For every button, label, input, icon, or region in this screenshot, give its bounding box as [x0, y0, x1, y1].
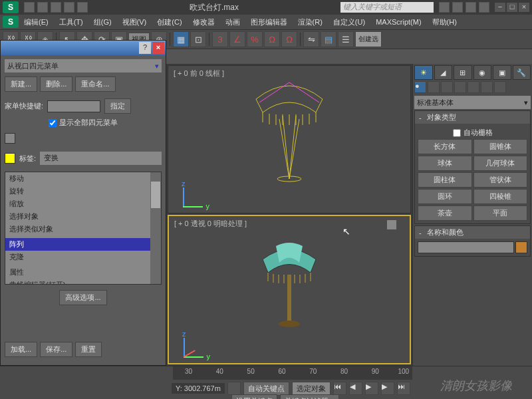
- select-obj-icon[interactable]: ▦: [173, 31, 189, 47]
- menu-create[interactable]: 创建(C): [152, 16, 187, 29]
- reset-button[interactable]: 重置: [75, 342, 102, 357]
- list-scrollbar[interactable]: [150, 172, 161, 284]
- autogrid-checkbox[interactable]: 自动栅格: [418, 126, 527, 139]
- angle-snap-icon[interactable]: ∠: [229, 31, 245, 47]
- new-icon[interactable]: [24, 2, 35, 13]
- shortcut-input[interactable]: [47, 100, 100, 112]
- named-sel-icon[interactable]: Ω: [281, 31, 297, 47]
- spinner-snap-icon[interactable]: Ω: [264, 31, 280, 47]
- motion-tab-icon[interactable]: ◉: [473, 65, 492, 80]
- menu-anim[interactable]: 动画: [220, 16, 245, 29]
- cmd-move[interactable]: 移动: [5, 172, 161, 185]
- grid-icon[interactable]: [227, 382, 241, 395]
- menu-group[interactable]: 组(G): [88, 16, 117, 29]
- search-icon[interactable]: [439, 2, 450, 13]
- utility-tab-icon[interactable]: 🔧: [513, 65, 531, 80]
- mirror-icon[interactable]: ⇋: [303, 31, 319, 47]
- object-color-swatch[interactable]: [515, 241, 527, 253]
- menu-graph[interactable]: 图形编辑器: [245, 16, 293, 29]
- dialog-close-button[interactable]: ×: [152, 42, 164, 54]
- minimize-button[interactable]: −: [495, 3, 505, 12]
- menu-render[interactable]: 渲染(R): [293, 16, 328, 29]
- menu-view[interactable]: 视图(V): [117, 16, 152, 29]
- percent-snap-icon[interactable]: %: [247, 31, 263, 47]
- snap-icon[interactable]: ⊡: [190, 31, 206, 47]
- name-color-header[interactable]: 名称和颜色: [415, 226, 530, 239]
- cone-button[interactable]: 圆锥体: [473, 139, 528, 154]
- pyramid-button[interactable]: 四棱锥: [473, 189, 528, 204]
- helpers-icon[interactable]: [467, 81, 479, 93]
- viewport-cube-icon[interactable]: [387, 220, 396, 229]
- close-button[interactable]: ×: [519, 3, 529, 12]
- undo-icon[interactable]: [64, 2, 74, 13]
- setkey-button[interactable]: 设置关键点: [231, 394, 277, 400]
- hierarchy-tab-icon[interactable]: ⊞: [454, 65, 472, 80]
- teapot-button[interactable]: 茶壶: [418, 205, 472, 221]
- quad-menu-dropdown[interactable]: 从视口四元菜单: [5, 59, 162, 72]
- layers-icon[interactable]: ☰: [338, 31, 354, 47]
- label-display[interactable]: 变换: [40, 152, 162, 165]
- advanced-button[interactable]: 高级选项...: [59, 290, 106, 305]
- geometry-icon[interactable]: ●: [414, 81, 426, 93]
- command-list[interactable]: 移动 旋转 缩放 选择对象 选择类似对象 阵列 克隆 属性 曲线编辑器(打开): [5, 172, 162, 285]
- display-tab-icon[interactable]: ▣: [493, 65, 511, 80]
- open-icon[interactable]: [37, 2, 48, 13]
- dialog-help-button[interactable]: ?: [139, 42, 151, 54]
- systems-icon[interactable]: [494, 81, 506, 93]
- swatch-gray[interactable]: [5, 133, 15, 144]
- torus-button[interactable]: 圆环: [418, 189, 472, 204]
- viewport-perspective[interactable]: [ + 0 透视 0 明暗处理 ]: [168, 215, 411, 364]
- cmd-scale[interactable]: 缩放: [5, 198, 161, 210]
- cmd-select-similar[interactable]: 选择类似对象: [5, 223, 161, 235]
- swatch-yellow[interactable]: [5, 153, 15, 164]
- load-button[interactable]: 加载...: [5, 342, 37, 357]
- save-icon[interactable]: [51, 2, 61, 13]
- new-button[interactable]: 新建...: [5, 76, 37, 92]
- play-prev-icon[interactable]: ◀: [349, 382, 362, 395]
- cmd-rotate[interactable]: 旋转: [5, 185, 161, 198]
- object-name-input[interactable]: [418, 241, 514, 253]
- create-sel-button[interactable]: 创建选: [355, 31, 382, 47]
- autokey-button[interactable]: 自动关键点: [243, 382, 289, 396]
- cmd-select[interactable]: 选择对象: [5, 210, 161, 223]
- assign-button[interactable]: 指定: [104, 98, 131, 114]
- menu-script[interactable]: MAXScript(M): [370, 17, 426, 27]
- menu-modifier[interactable]: 修改器: [188, 16, 220, 29]
- geosphere-button[interactable]: 几何球体: [473, 156, 528, 171]
- lights-icon[interactable]: [441, 81, 453, 93]
- play-start-icon[interactable]: ⏮: [333, 382, 346, 395]
- cmd-props[interactable]: 属性: [5, 266, 161, 279]
- tube-button[interactable]: 管状体: [473, 172, 528, 188]
- object-type-header[interactable]: 对象类型: [415, 111, 530, 124]
- play-next-icon[interactable]: ▶: [381, 382, 394, 395]
- primitive-dropdown[interactable]: 标准基本体: [414, 96, 531, 109]
- plane-button[interactable]: 平面: [473, 205, 528, 221]
- box-button[interactable]: 长方体: [418, 139, 472, 154]
- delete-button[interactable]: 删除...: [40, 76, 72, 92]
- app-menu-logo[interactable]: S: [3, 16, 19, 28]
- help-icon[interactable]: [466, 2, 476, 13]
- shapes-icon[interactable]: [428, 81, 440, 93]
- menu-edit[interactable]: 编辑(E): [19, 16, 54, 29]
- selobj-button[interactable]: 选定对象: [292, 382, 331, 396]
- keyfilter-button[interactable]: 关键点过滤器...: [280, 394, 339, 400]
- save-button[interactable]: 保存...: [40, 342, 72, 357]
- maximize-button[interactable]: □: [507, 3, 517, 12]
- dialog-titlebar[interactable]: ? ×: [1, 41, 166, 55]
- viewport-front[interactable]: [ + 0 前 0 线框 ]: [168, 65, 411, 213]
- cmd-array[interactable]: 阵列: [5, 238, 161, 251]
- snap3-icon[interactable]: 3: [212, 31, 228, 47]
- play-icon[interactable]: ▶: [365, 382, 378, 395]
- cmd-clone[interactable]: 克隆: [5, 251, 161, 263]
- cameras-icon[interactable]: [454, 81, 466, 93]
- cylinder-button[interactable]: 圆柱体: [418, 172, 472, 188]
- cmd-curve-editor[interactable]: 曲线编辑器(打开): [5, 279, 161, 285]
- modify-tab-icon[interactable]: ◢: [434, 65, 453, 80]
- create-tab-icon[interactable]: ☀: [414, 65, 433, 80]
- menu-help[interactable]: 帮助(H): [427, 16, 462, 29]
- play-end-icon[interactable]: ⏭: [397, 382, 410, 395]
- sphere-button[interactable]: 球体: [418, 156, 472, 171]
- link-icon[interactable]: [452, 2, 463, 13]
- timeline[interactable]: 30 40 50 60 70 80 90 100: [173, 366, 412, 380]
- redo-icon[interactable]: [77, 2, 88, 13]
